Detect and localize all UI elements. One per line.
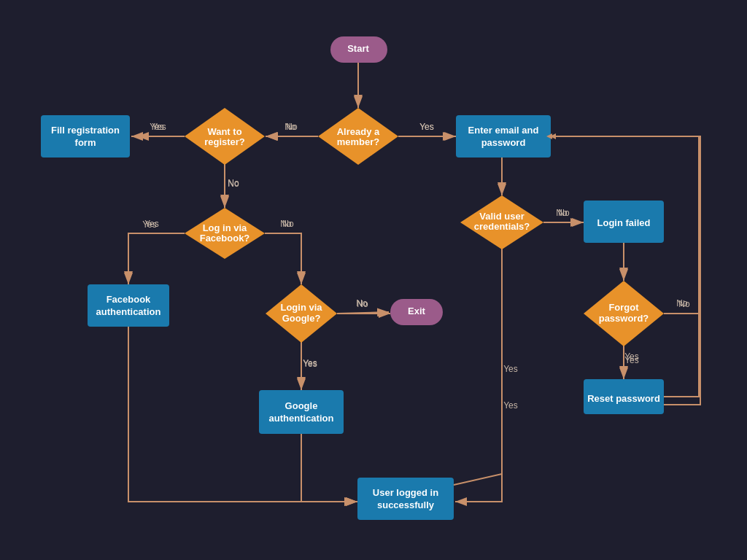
label-yes-loggedin: Yes xyxy=(503,400,518,411)
lbl-yes-reset: Yes xyxy=(624,355,639,365)
fill-registration-label2: form xyxy=(75,137,96,148)
lbl-yes-email: Yes xyxy=(419,122,434,132)
already-member-label2: member? xyxy=(337,136,380,147)
enter-email-node xyxy=(456,115,551,158)
facebook-auth-node xyxy=(88,284,169,327)
lbl-yes-loggedin: Yes xyxy=(503,364,518,374)
flowchart-canvas: Yes No Yes No Yes No No Yes No No Yes Ye… xyxy=(0,0,747,560)
exit-label: Exit xyxy=(408,306,426,316)
fill-registration-label: Fill registration xyxy=(51,125,120,136)
flowchart-svg: Yes No Yes No Yes No No Yes No No Yes Ye… xyxy=(0,0,747,560)
lbl-yes-fill: Yes xyxy=(150,122,164,132)
lbl-no-register: No xyxy=(285,122,296,132)
lbl-yes-gauth: Yes xyxy=(303,359,317,369)
want-register-label2: register? xyxy=(204,136,245,147)
user-logged-in-node xyxy=(357,478,454,520)
enter-email-label2: password xyxy=(481,137,526,148)
reset-password-label: Reset password xyxy=(587,393,660,404)
want-register-label: Want to xyxy=(207,126,241,137)
lbl-no-failed: No xyxy=(556,208,568,218)
already-member-label: Already a xyxy=(337,126,380,137)
facebook-auth-label2: authentication xyxy=(96,306,161,317)
valid-credentials-label: Valid user xyxy=(479,211,524,222)
enter-email-label: Enter email and xyxy=(468,125,539,136)
login-google-label2: Google? xyxy=(282,313,321,324)
forgot-password-label: Forgot xyxy=(608,302,639,313)
start-label: Start xyxy=(347,43,369,54)
login-google-label: Login via xyxy=(280,302,322,313)
facebook-auth-label: Facebook xyxy=(107,294,151,305)
lbl-no-toemail: No xyxy=(676,298,688,308)
login-failed-label: Login failed xyxy=(597,217,651,228)
google-auth-label: Google xyxy=(285,400,318,411)
fill-registration-node xyxy=(41,115,130,158)
lbl-yes-fbauth: Yes xyxy=(142,219,157,230)
background xyxy=(0,0,747,560)
login-facebook-label2: Facebook? xyxy=(200,233,250,244)
lbl-no-facebook: No xyxy=(228,179,239,189)
lbl-no-glogin: No xyxy=(280,219,292,229)
google-auth-node xyxy=(259,390,344,434)
user-logged-in-label: User logged in xyxy=(373,487,438,498)
lbl-no-exit: No xyxy=(356,298,368,308)
forgot-password-label2: password? xyxy=(599,313,649,324)
google-auth-label2: authentication xyxy=(269,413,334,424)
valid-credentials-label2: credentials? xyxy=(474,221,530,232)
login-facebook-label: Log in via xyxy=(203,222,247,233)
user-logged-in-label2: successfully xyxy=(377,499,435,510)
